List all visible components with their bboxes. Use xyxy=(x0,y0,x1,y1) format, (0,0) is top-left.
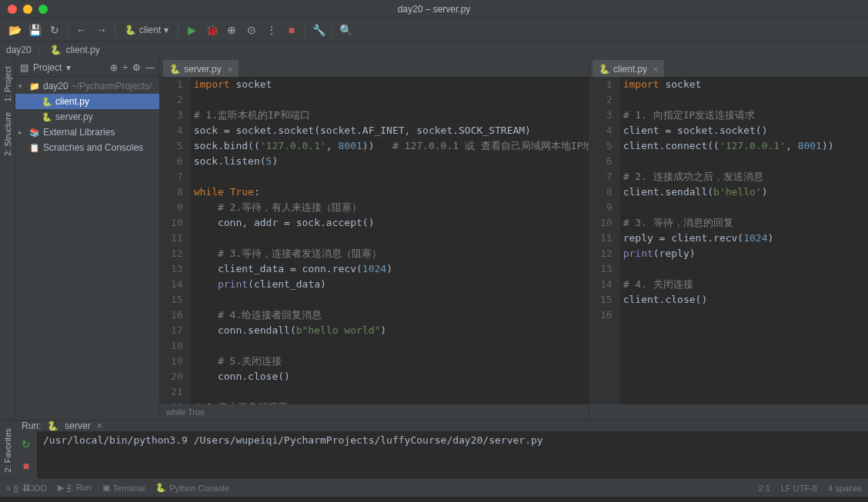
project-panel: ▤ Project ▾ ⊕ ÷ ⚙ — ▾📁day20 ~/PycharmPro… xyxy=(15,58,160,420)
tab-client[interactable]: 🐍 client.py × xyxy=(593,60,664,77)
python-icon: 🐍 xyxy=(42,97,52,107)
tree-item-label: Scratches and Consoles xyxy=(43,142,143,153)
folder-icon: 📁 xyxy=(29,81,40,91)
dropdown-icon: ▾ xyxy=(164,25,169,35)
window-title: day20 – server.py xyxy=(398,4,471,15)
profile-icon[interactable]: ⊙ xyxy=(243,22,260,38)
run-config-name[interactable]: server xyxy=(65,421,90,431)
save-icon[interactable]: 💾 xyxy=(26,22,43,38)
title-bar: day20 – server.py xyxy=(0,0,868,18)
maximize-window-icon[interactable] xyxy=(38,5,48,14)
python-icon: 🐍 xyxy=(50,45,62,55)
python-icon: 🐍 xyxy=(47,421,58,431)
breadcrumb: day20 〉 🐍 client.py xyxy=(0,42,868,58)
status-encoding[interactable]: LF UTF-8 xyxy=(781,484,817,493)
run-header: Run: 🐍 server × xyxy=(15,421,868,431)
collapse-icon[interactable]: ÷ xyxy=(122,62,128,73)
status-position[interactable]: 2:1 xyxy=(759,484,770,493)
close-window-icon[interactable] xyxy=(8,5,17,14)
breadcrumb-root[interactable]: day20 xyxy=(6,45,32,55)
close-icon[interactable]: × xyxy=(228,65,232,74)
debug-icon[interactable]: 🐞 xyxy=(203,22,220,38)
tree-item-label: server.py xyxy=(55,111,93,122)
breadcrumb-file[interactable]: client.py xyxy=(66,45,100,55)
minimize-window-icon[interactable] xyxy=(23,5,32,14)
forward-icon[interactable]: → xyxy=(93,22,110,38)
editor-right: 🐍 client.py × 12345678910111213141516 im… xyxy=(589,58,868,420)
library-icon: 📚 xyxy=(29,128,40,138)
build-icon[interactable]: 🔧 xyxy=(310,22,327,38)
status-run[interactable]: ▶ 4: Run xyxy=(58,483,91,493)
status-todo[interactable]: ≡ 6: TODO xyxy=(6,484,47,493)
tab-server[interactable]: 🐍 server.py × xyxy=(163,60,239,77)
run-icon[interactable]: ▶ xyxy=(183,22,200,38)
python-icon: 🐍 xyxy=(169,64,181,75)
close-icon[interactable]: × xyxy=(653,65,658,74)
sync-icon[interactable]: ↻ xyxy=(46,22,63,38)
tab-label: client.py xyxy=(613,64,647,75)
status-indent[interactable]: 4 spaces xyxy=(828,484,862,493)
hide-icon[interactable]: — xyxy=(145,62,155,73)
tree-item-label: External Libraries xyxy=(43,127,115,138)
left-tool-rail-bottom: 2: Favorites xyxy=(0,421,15,478)
code-crumb-right xyxy=(589,404,868,420)
gear-icon[interactable]: ⚙ xyxy=(132,62,141,73)
project-tree: ▾📁day20 ~/PycharmProjects/🐍client.py🐍ser… xyxy=(15,77,159,157)
folder-icon: ▤ xyxy=(20,62,28,73)
run-label: Run: xyxy=(22,421,41,431)
tree-item-day20[interactable]: ▾📁day20 ~/PycharmProjects/ xyxy=(15,78,159,94)
tree-item-label: day20 xyxy=(43,81,68,91)
editor-tabs-right: 🐍 client.py × xyxy=(589,58,868,77)
code-area-right[interactable]: 12345678910111213141516 import socket # … xyxy=(589,77,868,404)
tree-item-client-py[interactable]: 🐍client.py xyxy=(15,94,159,109)
run-config-selector[interactable]: 🐍 client ▾ xyxy=(120,25,173,35)
python-icon: 🐍 xyxy=(599,64,610,75)
code-area-left[interactable]: 1234567891011121314151617181920212223 im… xyxy=(160,77,589,404)
tree-item-server-py[interactable]: 🐍server.py xyxy=(15,109,159,125)
attach-icon[interactable]: ⋮ xyxy=(263,22,280,38)
rerun-icon[interactable]: ↻ xyxy=(18,436,35,453)
status-pyconsole[interactable]: 🐍Python Console xyxy=(155,483,229,493)
project-tool-tab[interactable]: 1: Project xyxy=(2,62,14,106)
select-target-icon[interactable]: ⊕ xyxy=(110,62,118,73)
project-header-label: Project xyxy=(33,62,62,73)
stop-icon[interactable]: ■ xyxy=(18,457,35,474)
scratch-icon: 📋 xyxy=(29,143,40,153)
python-icon: 🐍 xyxy=(125,25,136,35)
code-crumb-left[interactable]: while True xyxy=(160,404,589,420)
status-terminal[interactable]: ▣Terminal xyxy=(102,483,145,493)
close-icon[interactable]: × xyxy=(97,421,102,431)
run-config-name: client xyxy=(139,25,161,35)
main-area: 1: Project 2: Structure ▤ Project ▾ ⊕ ÷ … xyxy=(0,58,868,420)
tree-item-hint: ~/PycharmProjects/ xyxy=(72,81,152,91)
tree-item-external-libraries[interactable]: ▸📚External Libraries xyxy=(15,125,159,140)
favorites-tool-tab[interactable]: 2: Favorites xyxy=(2,424,14,477)
structure-tool-tab[interactable]: 2: Structure xyxy=(2,108,14,161)
project-panel-header: ▤ Project ▾ ⊕ ÷ ⚙ — xyxy=(15,58,159,77)
editor-tabs-left: 🐍 server.py × xyxy=(160,58,589,77)
editor-left: 🐍 server.py × 12345678910111213141516171… xyxy=(160,58,589,420)
main-toolbar: 📂 💾 ↻ ← → 🐍 client ▾ ▶ 🐞 ⊕ ⊙ ⋮ ■ 🔧 🔍 xyxy=(0,18,868,42)
stop-icon[interactable]: ■ xyxy=(283,22,300,38)
tree-item-label: client.py xyxy=(55,96,89,107)
python-icon: 🐍 xyxy=(42,112,52,122)
coverage-icon[interactable]: ⊕ xyxy=(223,22,240,38)
tab-label: server.py xyxy=(184,64,222,75)
left-tool-rail: 1: Project 2: Structure xyxy=(0,58,15,420)
tree-item-scratches-and-consoles[interactable]: 📋Scratches and Consoles xyxy=(15,140,159,155)
search-icon[interactable]: 🔍 xyxy=(337,22,354,38)
run-tool-window: 2: Favorites Run: 🐍 server × ↻ ■ ⇊ /usr/… xyxy=(0,420,868,478)
editor-group: 🐍 server.py × 12345678910111213141516171… xyxy=(160,58,868,420)
open-icon[interactable]: 📂 xyxy=(6,22,23,38)
back-icon[interactable]: ← xyxy=(73,22,90,38)
window-controls xyxy=(8,5,48,14)
